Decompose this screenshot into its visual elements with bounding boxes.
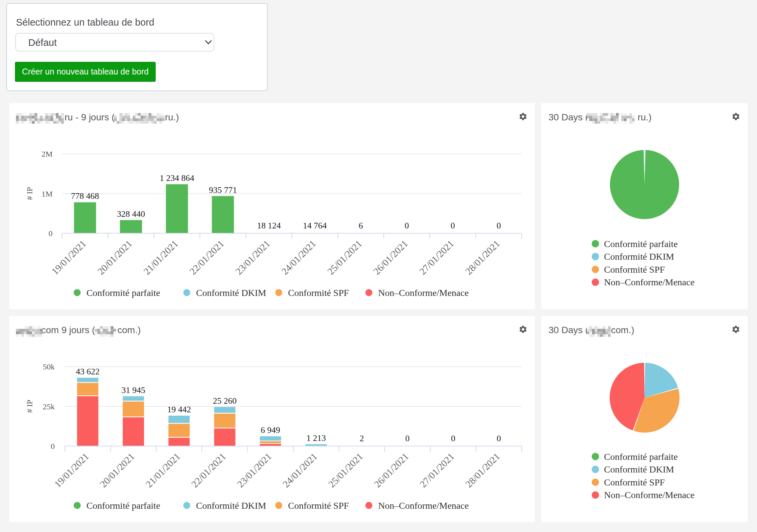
svg-text:23/01/2021: 23/01/2021	[233, 238, 272, 277]
svg-text:26/01/2021: 26/01/2021	[371, 238, 410, 277]
svg-text:20/01/2021: 20/01/2021	[98, 451, 136, 489]
svg-text:# IP: # IP	[25, 187, 34, 200]
svg-text:328 440: 328 440	[117, 209, 145, 219]
svg-text:0: 0	[49, 229, 53, 238]
svg-text:25 260: 25 260	[213, 396, 237, 406]
svg-text:23/01/2021: 23/01/2021	[235, 451, 273, 489]
svg-text:27/01/2021: 27/01/2021	[417, 238, 456, 277]
svg-text:50k: 50k	[43, 362, 55, 371]
svg-text:21/01/2021: 21/01/2021	[141, 238, 180, 277]
svg-text:6 949: 6 949	[261, 425, 280, 435]
svg-text:Conformité SPF: Conformité SPF	[604, 264, 665, 275]
svg-text:1 234 864: 1 234 864	[160, 173, 194, 183]
svg-text:Conformité DKIM: Conformité DKIM	[196, 500, 266, 511]
svg-text:24/01/2021: 24/01/2021	[279, 238, 318, 277]
svg-text:Conformité DKIM: Conformité DKIM	[604, 251, 674, 262]
svg-text:Non–Conforme/Menace: Non–Conforme/Menace	[378, 500, 469, 511]
svg-text:Conformité SPF: Conformité SPF	[604, 477, 665, 487]
svg-text:0: 0	[497, 221, 501, 230]
svg-text:6: 6	[359, 221, 363, 230]
svg-text:19/01/2021: 19/01/2021	[52, 451, 91, 489]
svg-text:Non–Conforme/Menace: Non–Conforme/Menace	[604, 277, 694, 287]
svg-text:1M: 1M	[42, 190, 53, 198]
svg-text:22/01/2021: 22/01/2021	[189, 451, 228, 489]
svg-text:2M: 2M	[42, 150, 53, 158]
svg-text:778 468: 778 468	[71, 191, 99, 201]
svg-text:27/01/2021: 27/01/2021	[418, 451, 456, 489]
svg-text:22/01/2021: 22/01/2021	[187, 238, 226, 277]
svg-text:Non–Conforme/Menace: Non–Conforme/Menace	[378, 288, 469, 298]
svg-text:Conformité parfaite: Conformité parfaite	[86, 500, 160, 511]
svg-text:Non–Conforme/Menace: Non–Conforme/Menace	[604, 490, 694, 500]
svg-text:2: 2	[360, 434, 364, 443]
svg-text:25/01/2021: 25/01/2021	[325, 238, 364, 277]
svg-text:935 771: 935 771	[209, 185, 237, 195]
svg-text:Conformité SPF: Conformité SPF	[288, 288, 349, 298]
svg-text:25/01/2021: 25/01/2021	[326, 451, 365, 489]
svg-text:0: 0	[405, 434, 410, 443]
svg-text:Conformité SPF: Conformité SPF	[288, 500, 349, 511]
svg-text:20/01/2021: 20/01/2021	[95, 238, 134, 277]
svg-text:25k: 25k	[43, 402, 55, 411]
svg-text:0: 0	[451, 434, 455, 443]
svg-text:21/01/2021: 21/01/2021	[144, 451, 182, 489]
svg-text:0: 0	[451, 221, 455, 230]
svg-text:Conformité parfaite: Conformité parfaite	[604, 452, 678, 462]
svg-text:0: 0	[497, 434, 501, 443]
svg-text:24/01/2021: 24/01/2021	[281, 451, 319, 489]
svg-text:26/01/2021: 26/01/2021	[372, 451, 410, 489]
svg-text:19/01/2021: 19/01/2021	[50, 238, 88, 277]
svg-text:19 442: 19 442	[167, 405, 191, 414]
svg-text:14 764: 14 764	[303, 221, 327, 230]
svg-text:# IP: # IP	[25, 400, 34, 413]
svg-text:Conformité parfaite: Conformité parfaite	[604, 239, 678, 249]
svg-text:28/01/2021: 28/01/2021	[463, 238, 502, 277]
svg-text:0: 0	[405, 221, 409, 230]
svg-text:43 622: 43 622	[76, 367, 100, 376]
svg-text:18 124: 18 124	[257, 221, 281, 230]
svg-text:Conformité parfaite: Conformité parfaite	[86, 288, 160, 298]
svg-text:Conformité DKIM: Conformité DKIM	[196, 288, 266, 298]
svg-text:1 213: 1 213	[306, 433, 326, 443]
svg-text:28/01/2021: 28/01/2021	[463, 451, 502, 489]
svg-text:31 945: 31 945	[121, 385, 145, 395]
svg-text:0: 0	[51, 442, 55, 451]
svg-text:Conformité DKIM: Conformité DKIM	[604, 464, 674, 474]
